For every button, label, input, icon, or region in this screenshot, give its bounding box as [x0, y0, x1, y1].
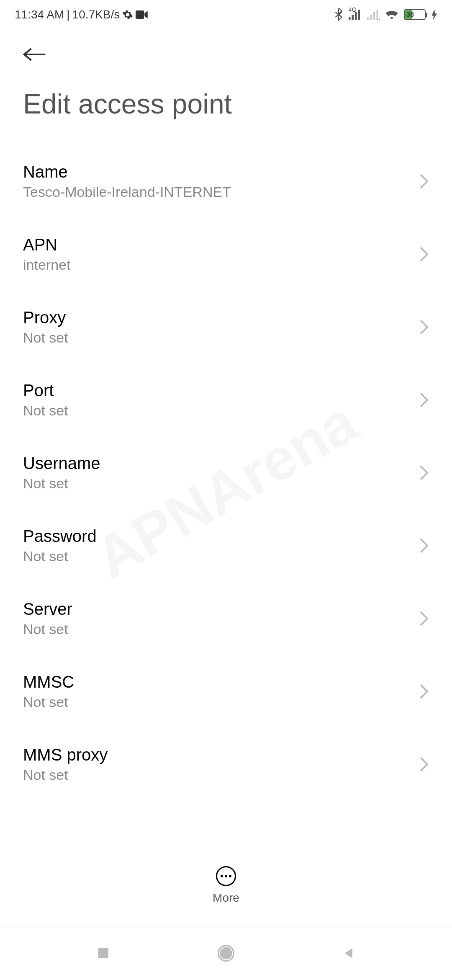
- svg-point-12: [221, 948, 231, 959]
- nav-recent-button[interactable]: [93, 943, 114, 964]
- setting-value: Not set: [23, 402, 419, 419]
- back-button[interactable]: [23, 42, 48, 67]
- svg-rect-2: [352, 15, 354, 20]
- battery-percent: 38: [406, 11, 414, 18]
- navigation-bar: [0, 926, 452, 980]
- setting-value: Not set: [23, 475, 419, 492]
- status-right: 4G × 38: [334, 8, 437, 21]
- setting-server[interactable]: Server Not set: [23, 582, 429, 655]
- setting-label: Proxy: [23, 308, 419, 327]
- setting-name[interactable]: Name Tesco-Mobile-Ireland-INTERNET: [23, 145, 429, 218]
- setting-value: Not set: [23, 621, 419, 637]
- svg-rect-4: [358, 10, 360, 20]
- setting-mmsc[interactable]: MMSC Not set: [23, 655, 429, 728]
- setting-value: Not set: [23, 330, 419, 346]
- setting-port[interactable]: Port Not set: [23, 364, 429, 436]
- bottom-action-bar: More: [0, 860, 452, 911]
- camera-icon: [136, 10, 148, 19]
- setting-value: Not set: [23, 694, 419, 710]
- svg-rect-3: [355, 12, 357, 20]
- status-separator: |: [67, 8, 69, 21]
- chevron-right-icon: [419, 756, 429, 773]
- setting-label: Port: [23, 381, 419, 400]
- wifi-icon: [385, 10, 398, 20]
- svg-rect-1: [349, 17, 351, 20]
- dot-icon: [221, 875, 223, 877]
- nav-home-button[interactable]: [216, 943, 236, 964]
- more-label: More: [213, 891, 239, 905]
- dot-icon: [229, 875, 231, 877]
- chevron-right-icon: [419, 319, 429, 335]
- status-bar: 11:34 AM | 10.7KB/s 4G × 38: [0, 0, 452, 29]
- gear-icon: [122, 9, 133, 20]
- status-left: 11:34 AM | 10.7KB/s: [15, 8, 148, 21]
- setting-label: Server: [23, 600, 419, 619]
- svg-text:×: ×: [377, 18, 380, 20]
- setting-label: MMS proxy: [23, 745, 419, 764]
- chevron-right-icon: [419, 537, 429, 554]
- chevron-right-icon: [419, 392, 429, 408]
- status-data-rate: 10.7KB/s: [72, 8, 120, 21]
- svg-rect-0: [136, 10, 144, 19]
- setting-mms-proxy[interactable]: MMS proxy Not set: [23, 728, 429, 801]
- chevron-right-icon: [419, 610, 429, 627]
- charging-icon: [431, 9, 437, 20]
- setting-label: MMSC: [23, 673, 419, 691]
- dot-icon: [225, 875, 227, 877]
- svg-rect-10: [98, 948, 108, 958]
- setting-label: Password: [23, 527, 419, 546]
- more-button[interactable]: [216, 866, 236, 886]
- setting-apn[interactable]: APN internet: [23, 218, 429, 291]
- settings-list: Name Tesco-Mobile-Ireland-INTERNET APN i…: [0, 145, 452, 801]
- signal-4g-icon: 4G: [349, 10, 361, 20]
- setting-username[interactable]: Username Not set: [23, 436, 429, 509]
- chevron-right-icon: [419, 683, 429, 700]
- header: [0, 29, 452, 67]
- circle-icon: [217, 944, 235, 962]
- chevron-right-icon: [419, 173, 429, 190]
- signal-empty-icon: ×: [367, 10, 380, 20]
- setting-label: Username: [23, 454, 419, 473]
- page-title: Edit access point: [0, 67, 452, 145]
- battery-icon: 38: [404, 9, 426, 20]
- svg-rect-5: [367, 17, 369, 20]
- svg-rect-6: [370, 15, 372, 20]
- setting-value: Not set: [23, 767, 419, 783]
- arrow-left-icon: [23, 46, 46, 63]
- setting-value: Not set: [23, 548, 419, 565]
- setting-label: Name: [23, 162, 419, 181]
- chevron-right-icon: [419, 464, 429, 481]
- status-time: 11:34 AM: [15, 8, 64, 21]
- svg-rect-7: [373, 12, 375, 20]
- nav-back-button[interactable]: [338, 943, 359, 964]
- square-icon: [96, 946, 111, 961]
- setting-password[interactable]: Password Not set: [23, 509, 429, 582]
- setting-value: Tesco-Mobile-Ireland-INTERNET: [23, 184, 419, 200]
- chevron-right-icon: [419, 246, 429, 263]
- bluetooth-icon: [334, 8, 343, 21]
- setting-proxy[interactable]: Proxy Not set: [23, 291, 429, 364]
- setting-value: internet: [23, 257, 419, 273]
- setting-label: APN: [23, 235, 419, 254]
- triangle-left-icon: [341, 946, 356, 961]
